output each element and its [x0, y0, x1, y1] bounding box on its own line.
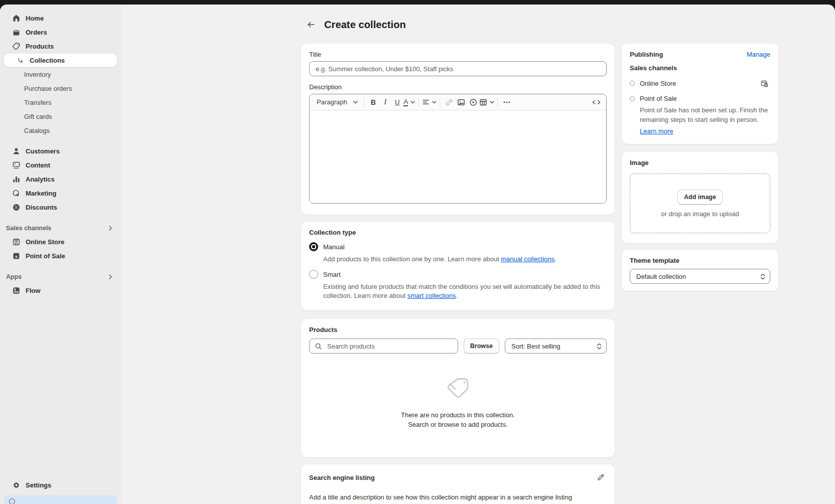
- more-options-button[interactable]: [501, 96, 513, 108]
- link-icon: [445, 98, 453, 106]
- chevron-down-icon: [410, 101, 415, 104]
- sidebar-item-customers[interactable]: Customers: [4, 144, 117, 158]
- add-image-button[interactable]: Add image: [677, 190, 723, 205]
- manual-radio-label[interactable]: Manual: [323, 243, 345, 251]
- sidebar-item-products[interactable]: Products: [4, 40, 117, 53]
- sidebar-label: Flow: [26, 287, 41, 294]
- bar-chart-icon: [12, 175, 21, 184]
- sidebar-label: Purchase orders: [24, 85, 72, 92]
- seo-card: Search engine listing Add a title and de…: [301, 464, 615, 504]
- manual-radio-row[interactable]: Manual: [309, 242, 607, 251]
- sort-select[interactable]: Sort: Best selling: [505, 339, 607, 354]
- radio-selected-icon[interactable]: [309, 242, 318, 251]
- text-color-dropdown[interactable]: A: [403, 96, 415, 108]
- sidebar-item-point-of-sale[interactable]: s Point of Sale: [4, 249, 117, 263]
- back-arrow-icon: [307, 20, 316, 29]
- sidebar-item-catalogs[interactable]: Catalogs: [4, 124, 117, 137]
- drop-hint-text: or drop an image to upload: [661, 210, 739, 218]
- channel-status-circle: [630, 96, 635, 101]
- publishing-heading: Publishing: [630, 51, 663, 58]
- trial-banner[interactable]: [4, 495, 117, 504]
- edit-seo-button[interactable]: [595, 471, 607, 483]
- product-search-input[interactable]: [326, 342, 453, 351]
- manage-link[interactable]: Manage: [747, 51, 770, 58]
- learn-more-link[interactable]: Learn more: [640, 127, 673, 135]
- media-icon: [12, 161, 21, 170]
- schedule-publish-button[interactable]: [758, 77, 770, 89]
- insert-video-button[interactable]: [467, 96, 479, 108]
- calendar-clock-icon: [761, 80, 768, 87]
- sidebar-item-content[interactable]: Content: [4, 158, 117, 172]
- sidebar-item-inventory[interactable]: Inventory: [4, 68, 117, 81]
- bold-button[interactable]: B: [367, 96, 379, 108]
- seo-heading: Search engine listing: [309, 474, 375, 481]
- browse-button[interactable]: Browse: [464, 339, 499, 354]
- italic-button[interactable]: I: [379, 96, 391, 108]
- flow-app-icon: [12, 286, 21, 295]
- sidebar-item-discounts[interactable]: Discounts: [4, 201, 117, 214]
- sidebar-section-apps[interactable]: Apps: [0, 270, 121, 283]
- product-search-box[interactable]: [309, 339, 458, 354]
- big-tag-icon: [445, 377, 471, 400]
- sidebar-label: Analytics: [26, 176, 55, 183]
- sidebar-item-collections[interactable]: Collections: [4, 54, 117, 67]
- seo-description: Add a title and description to see how t…: [309, 493, 607, 501]
- page-title: Create collection: [324, 19, 406, 31]
- empty-state-line1: There are no products in this collection…: [309, 410, 607, 420]
- sidebar-label: Products: [26, 43, 54, 50]
- empty-state-line2: Search or browse to add products.: [309, 420, 607, 429]
- insert-table-dropdown[interactable]: [479, 96, 494, 108]
- underline-button[interactable]: U: [391, 96, 403, 108]
- smart-radio-row[interactable]: Smart: [309, 270, 607, 279]
- chevron-down-icon: [353, 101, 358, 104]
- sidebar-item-home[interactable]: Home: [4, 12, 117, 25]
- image-dropzone[interactable]: Add image or drop an image to upload: [630, 174, 770, 233]
- sidebar-item-gift-cards[interactable]: Gift cards: [4, 110, 117, 123]
- sidebar-item-settings[interactable]: Settings: [4, 478, 117, 492]
- sidebar-label: Online Store: [26, 238, 64, 246]
- italic-icon: I: [384, 98, 386, 106]
- admin-frame: Home Orders Products Collections Invento…: [0, 5, 835, 504]
- smart-collections-link[interactable]: smart collections: [407, 292, 456, 299]
- sidebar-item-orders[interactable]: Orders: [4, 26, 117, 39]
- manual-help-text: Add products to this collection one by o…: [323, 255, 607, 264]
- description-editor-body[interactable]: [310, 110, 606, 203]
- sidebar-item-marketing[interactable]: Marketing: [4, 187, 117, 200]
- toolbar-divider: [497, 98, 498, 107]
- discount-badge-icon: [12, 203, 21, 212]
- theme-template-select[interactable]: Default collection: [630, 269, 770, 284]
- sidebar-item-purchase-orders[interactable]: Purchase orders: [4, 82, 117, 95]
- right-column: Publishing Manage Sales channels Online …: [622, 5, 778, 291]
- collection-type-card: Collection type Manual Add products to t…: [301, 222, 615, 310]
- sidebar-label: Collections: [30, 57, 65, 64]
- storefront-icon: [12, 238, 21, 246]
- smart-help-text: Existing and future products that match …: [323, 282, 607, 300]
- chevron-right-icon: [107, 225, 113, 231]
- insert-image-button[interactable]: [455, 96, 467, 108]
- alignment-dropdown[interactable]: [422, 96, 437, 108]
- products-card: Products Browse Sort: Best selling: [301, 319, 615, 457]
- radio-unselected-icon[interactable]: [309, 270, 318, 279]
- smart-radio-label[interactable]: Smart: [323, 271, 341, 278]
- show-html-button[interactable]: [590, 96, 602, 108]
- rich-text-editor: Paragraph B I U A: [309, 94, 607, 204]
- title-input[interactable]: [309, 61, 607, 76]
- pos-channel-label: Point of Sale: [640, 95, 677, 102]
- back-button[interactable]: [305, 19, 317, 31]
- person-icon: [12, 147, 21, 155]
- chevron-down-icon: [432, 101, 437, 104]
- sidebar-item-online-store[interactable]: Online Store: [4, 235, 117, 249]
- sidebar-item-flow[interactable]: Flow: [4, 284, 117, 297]
- insert-link-button[interactable]: [443, 96, 455, 108]
- sidebar-section-sales-channels[interactable]: Sales channels: [0, 221, 121, 235]
- sidebar-label: Settings: [26, 481, 51, 489]
- paragraph-style-label: Paragraph: [317, 98, 347, 106]
- sidebar-item-transfers[interactable]: Transfers: [4, 96, 117, 109]
- text-color-icon: A: [403, 98, 408, 106]
- paragraph-style-dropdown[interactable]: Paragraph: [314, 96, 361, 108]
- tag-icon: [12, 42, 21, 51]
- sidebar-item-analytics[interactable]: Analytics: [4, 173, 117, 186]
- play-circle-icon: [469, 98, 477, 106]
- manual-collections-link[interactable]: manual collections: [501, 255, 554, 263]
- sidebar-label: Content: [26, 161, 50, 169]
